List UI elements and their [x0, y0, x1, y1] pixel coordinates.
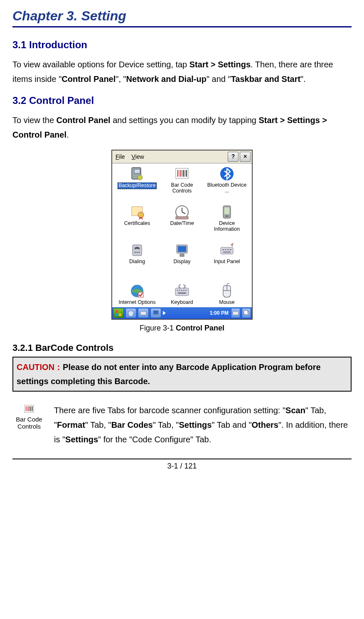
close-button[interactable]: ×	[240, 152, 251, 162]
cp-label: Device Information	[206, 221, 248, 232]
cp-item-dialing[interactable]: Dialing	[115, 242, 160, 281]
subsection-barcode-heading: 3.2.1 BarCode Controls	[12, 343, 352, 353]
page-number: 3-1 / 121	[12, 462, 352, 471]
cp-label: Mouse	[219, 300, 235, 306]
cp-label: Bar Code Controls	[161, 182, 203, 194]
bluetooth-icon	[219, 166, 235, 182]
menubar: File View ? ×	[112, 150, 252, 163]
text: " for the "Code Configure" Tab.	[98, 435, 211, 444]
text: To view available options for Device set…	[12, 60, 189, 69]
cp-label: Date/Time	[170, 221, 194, 227]
barcode-section: Bar Code Controls There are five Tabs fo…	[12, 403, 352, 447]
cp-item-deviceinfo[interactable]: Device Information	[204, 204, 249, 242]
start-button[interactable]	[113, 308, 124, 318]
keyboard-icon	[174, 283, 190, 299]
backup-icon	[129, 166, 145, 182]
task-desktop[interactable]	[150, 308, 161, 318]
caption-bold: Control Panel	[176, 324, 224, 332]
cp-label: Keyboard	[171, 300, 193, 306]
figure-caption: Figure 3-1 Control Panel	[12, 324, 352, 333]
menu-view[interactable]: View	[128, 153, 148, 160]
text-bold: Control Panel	[61, 74, 116, 84]
text: There are five Tabs for barcode scanner …	[54, 406, 285, 415]
text: ".	[300, 74, 306, 84]
cp-label: Display	[174, 259, 191, 265]
icon-grid: Backup/Restore Bar Code Controls Bluetoo…	[112, 163, 252, 281]
text-bold: Settings	[65, 435, 98, 444]
text: .	[66, 130, 69, 139]
text: and settings you can modify by tapping	[111, 116, 259, 125]
cp-item-keyboard[interactable]: Keyboard	[160, 283, 204, 307]
text: " Tab, "	[153, 420, 179, 429]
task-cascade[interactable]	[242, 308, 251, 318]
footer-rule	[12, 459, 352, 459]
text-bold: Network and Dial-up	[126, 74, 207, 84]
cp-item-mouse[interactable]: Mouse	[204, 283, 249, 307]
task-app[interactable]	[231, 308, 240, 318]
cp-item-bluetooth[interactable]: Bluetooth Device ...	[204, 166, 249, 204]
icon-grid-last: Internet Options Keyboard Mouse	[112, 281, 252, 307]
cp-label: Dialing	[129, 259, 145, 265]
cascade-icon	[243, 310, 250, 316]
intro-paragraph: To view available options for Device set…	[12, 57, 352, 86]
menu-view-rest: iew	[135, 153, 144, 160]
cp-label: Certificates	[124, 221, 150, 227]
taskbar: 1:00 PM	[112, 307, 252, 319]
caution-box: CAUTION：Please do not enter into any Bar…	[12, 357, 352, 392]
caution-label: CAUTION：	[17, 363, 63, 372]
clock[interactable]: 1:00 PM	[209, 310, 229, 316]
shield-icon	[128, 310, 134, 316]
globe-icon	[129, 283, 145, 299]
text-bold: Settings	[179, 420, 212, 429]
pda-icon	[219, 204, 235, 220]
text: " Tab and "	[212, 420, 251, 429]
text: ", "	[116, 74, 126, 84]
cp-item-datetime[interactable]: Date/Time	[160, 204, 204, 242]
text-bold: Scan	[285, 406, 305, 415]
cp-item-internet[interactable]: Internet Options	[115, 283, 160, 307]
text: " and "	[207, 74, 231, 84]
clock-icon	[174, 204, 190, 220]
phone-icon	[129, 242, 145, 258]
monitor-icon	[174, 242, 190, 258]
cp-label: Internet Options	[119, 300, 156, 306]
kb-icon	[140, 310, 147, 316]
barcode-icon	[22, 403, 37, 415]
caption-prefix: Figure 3-1	[140, 324, 176, 332]
text-bold: Bar Codes	[111, 420, 153, 429]
barcode-paragraph: There are five Tabs for barcode scanner …	[54, 403, 352, 447]
cp-paragraph: To view the Control Panel and settings y…	[12, 113, 352, 142]
app-icon	[232, 310, 239, 316]
text: " Tab, "	[85, 420, 111, 429]
cp-item-backup-restore[interactable]: Backup/Restore	[115, 166, 160, 204]
menu-file[interactable]: File	[112, 153, 128, 160]
cp-label: Backup/Restore	[118, 182, 157, 189]
tray-expand-icon[interactable]	[163, 311, 166, 315]
input-panel-icon	[219, 242, 235, 258]
text-bold: Format	[57, 420, 85, 429]
cp-item-barcode[interactable]: Bar Code Controls	[160, 166, 204, 204]
mouse-icon	[219, 283, 235, 299]
cp-label: Input Panel	[214, 259, 240, 265]
control-panel-screenshot: File View ? × Backup/Restore Bar Code Co…	[111, 150, 253, 320]
cp-label: Bluetooth Device ...	[206, 182, 248, 194]
help-button[interactable]: ?	[228, 152, 239, 162]
barcode-icon	[174, 166, 190, 182]
barcode-mini-label: Bar Code Controls	[16, 416, 42, 430]
text-bold: Taskbar and Start	[231, 74, 300, 84]
task-kb[interactable]	[138, 308, 149, 318]
cp-item-display[interactable]: Display	[160, 242, 204, 281]
cp-item-inputpanel[interactable]: Input Panel	[204, 242, 249, 281]
text: To view the	[12, 116, 57, 125]
task-shield[interactable]	[125, 308, 136, 318]
text-bold: Control Panel	[57, 116, 111, 125]
section-intro-heading: 3.1 Introduction	[12, 39, 352, 51]
desktop-icon	[152, 310, 159, 316]
text-bold: Start > Settings	[189, 60, 251, 69]
menu-file-rest: ile	[119, 153, 125, 160]
cp-item-certificates[interactable]: Certificates	[115, 204, 160, 242]
chapter-title: Chapter 3. Setting	[12, 8, 352, 24]
section-cp-heading: 3.2 Control Panel	[12, 95, 352, 106]
certificate-icon	[129, 204, 145, 220]
barcode-mini: Bar Code Controls	[12, 403, 46, 430]
